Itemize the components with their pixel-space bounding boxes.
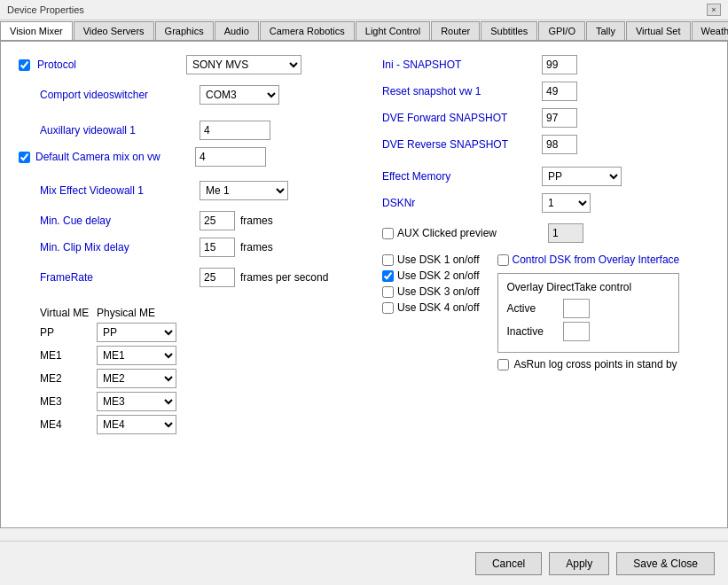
min-clip-label: Min. Clip Mix delay bbox=[40, 241, 200, 254]
control-dsk-label: Control DSK from Overlay Interface bbox=[513, 254, 680, 266]
vm-me1-select[interactable]: ME1 bbox=[97, 346, 176, 365]
use-dsk1-label: Use DSK 1 on/off bbox=[397, 254, 480, 266]
vm-me3-select[interactable]: ME3 bbox=[97, 392, 176, 411]
vm-me2-select[interactable]: ME2 bbox=[97, 369, 176, 388]
min-cue-frames: frames bbox=[240, 214, 273, 227]
tab-subtitles[interactable]: Subtitles bbox=[481, 21, 537, 40]
ini-snapshot-label: Ini - SNAPSHOT bbox=[382, 58, 542, 71]
protocol-checkbox[interactable] bbox=[19, 59, 30, 71]
tab-router[interactable]: Router bbox=[431, 21, 480, 40]
save-close-button[interactable]: Save & Close bbox=[616, 552, 715, 575]
dsk-nr-select[interactable]: 1 bbox=[542, 193, 591, 213]
vm-me2-label: ME2 bbox=[40, 372, 93, 385]
aux-clicked-input[interactable] bbox=[548, 223, 583, 243]
use-dsk4-label: Use DSK 4 on/off bbox=[397, 301, 480, 314]
tab-weather[interactable]: Weather bbox=[692, 21, 728, 40]
min-cue-label: Min. Cue delay bbox=[40, 214, 200, 227]
dve-forward-label: DVE Forward SNAPSHOT bbox=[382, 112, 542, 124]
vm-pp-select[interactable]: PP bbox=[97, 323, 176, 342]
vm-me1-label: ME1 bbox=[40, 349, 93, 362]
use-dsk3-label: Use DSK 3 on/off bbox=[397, 285, 480, 298]
dve-reverse-input[interactable] bbox=[542, 135, 577, 154]
overlay-title: Overlay DirectTake control bbox=[507, 281, 670, 293]
mix-effect-label: Mix Effect Videowall 1 bbox=[40, 184, 200, 197]
tab-graphics[interactable]: Graphics bbox=[155, 21, 214, 40]
asrun-label: AsRun log cross points in stand by bbox=[514, 358, 677, 370]
main-content: Protocol SONY MVS Comport videoswitcher … bbox=[0, 41, 728, 528]
auxillary-label: Auxillary videowall 1 bbox=[40, 124, 200, 136]
physical-me-header: Physical ME bbox=[97, 307, 185, 319]
vm-row-me1: ME1 ME1 bbox=[40, 346, 356, 365]
use-dsk3-checkbox[interactable] bbox=[382, 286, 394, 298]
default-camera-label: Default Camera mix on vw bbox=[35, 151, 195, 163]
min-clip-input[interactable] bbox=[200, 238, 235, 257]
reset-snapshot-label: Reset snapshot vw 1 bbox=[382, 85, 542, 98]
active-input[interactable] bbox=[563, 299, 590, 318]
active-label: Active bbox=[507, 302, 556, 315]
tab-video-servers[interactable]: Video Servers bbox=[74, 21, 154, 40]
vm-me4-select[interactable]: ME4 bbox=[97, 415, 176, 434]
window-title: Device Properties bbox=[7, 4, 84, 15]
auxillary-input[interactable] bbox=[200, 121, 270, 140]
ini-snapshot-input[interactable] bbox=[542, 55, 577, 74]
vm-me3-label: ME3 bbox=[40, 395, 93, 408]
min-clip-frames: frames bbox=[240, 241, 273, 254]
inactive-input[interactable] bbox=[563, 322, 590, 341]
close-button[interactable]: × bbox=[707, 4, 721, 16]
tab-tally[interactable]: Tally bbox=[586, 21, 625, 40]
use-dsk4-checkbox[interactable] bbox=[382, 302, 394, 314]
protocol-select[interactable]: SONY MVS bbox=[186, 55, 301, 74]
comport-label: Comport videoswitcher bbox=[40, 89, 200, 101]
protocol-label: Protocol bbox=[37, 58, 179, 71]
reset-snapshot-input[interactable] bbox=[542, 82, 577, 101]
tabs-container: Vision Mixer Video Servers Graphics Audi… bbox=[0, 20, 728, 41]
overlay-box: Overlay DirectTake control Active Inacti… bbox=[497, 273, 680, 353]
dve-reverse-label: DVE Reverse SNAPSHOT bbox=[382, 138, 542, 151]
bottom-bar: Cancel Apply Save & Close bbox=[0, 541, 728, 585]
use-dsk1-checkbox[interactable] bbox=[382, 254, 394, 266]
vm-row-me4: ME4 ME4 bbox=[40, 415, 356, 434]
framerate-fps: frames per second bbox=[240, 271, 328, 284]
aux-clicked-checkbox[interactable] bbox=[382, 228, 394, 239]
use-dsk2-checkbox[interactable] bbox=[382, 270, 394, 282]
default-camera-input[interactable] bbox=[195, 147, 266, 167]
asrun-checkbox[interactable] bbox=[497, 359, 509, 370]
min-cue-input[interactable] bbox=[200, 211, 235, 230]
tab-light-control[interactable]: Light Control bbox=[356, 21, 430, 40]
vm-row-me3: ME3 ME3 bbox=[40, 392, 356, 411]
effect-memory-select[interactable]: PP bbox=[542, 167, 622, 186]
vm-me4-label: ME4 bbox=[40, 418, 93, 431]
framerate-input[interactable] bbox=[200, 268, 235, 287]
virtual-me-header: Virtual ME bbox=[40, 307, 93, 319]
comport-select[interactable]: COM3 bbox=[200, 85, 279, 105]
inactive-label: Inactive bbox=[507, 325, 556, 338]
apply-button[interactable]: Apply bbox=[549, 552, 609, 575]
vm-pp-label: PP bbox=[40, 326, 93, 339]
tab-vision-mixer[interactable]: Vision Mixer bbox=[0, 21, 73, 41]
mix-effect-select[interactable]: Me 1 bbox=[200, 181, 288, 200]
title-bar: Device Properties × bbox=[0, 0, 728, 20]
framerate-label: FrameRate bbox=[40, 271, 200, 284]
tab-gpio[interactable]: GPI/O bbox=[538, 21, 585, 40]
vm-row-pp: PP PP bbox=[40, 323, 356, 342]
tab-camera-robotics[interactable]: Camera Robotics bbox=[260, 21, 355, 40]
tab-audio[interactable]: Audio bbox=[215, 21, 259, 40]
tab-virtual-set[interactable]: Virtual Set bbox=[626, 21, 691, 40]
vm-row-me2: ME2 ME2 bbox=[40, 369, 356, 388]
use-dsk2-label: Use DSK 2 on/off bbox=[397, 269, 480, 282]
aux-clicked-label: AUX Clicked preview bbox=[397, 227, 548, 239]
effect-memory-label: Effect Memory bbox=[382, 170, 542, 183]
control-dsk-checkbox[interactable] bbox=[497, 254, 509, 266]
dve-forward-input[interactable] bbox=[542, 108, 577, 128]
cancel-button[interactable]: Cancel bbox=[475, 552, 542, 575]
default-camera-checkbox[interactable] bbox=[19, 152, 30, 163]
dsk-nr-label: DSKNr bbox=[382, 197, 542, 209]
